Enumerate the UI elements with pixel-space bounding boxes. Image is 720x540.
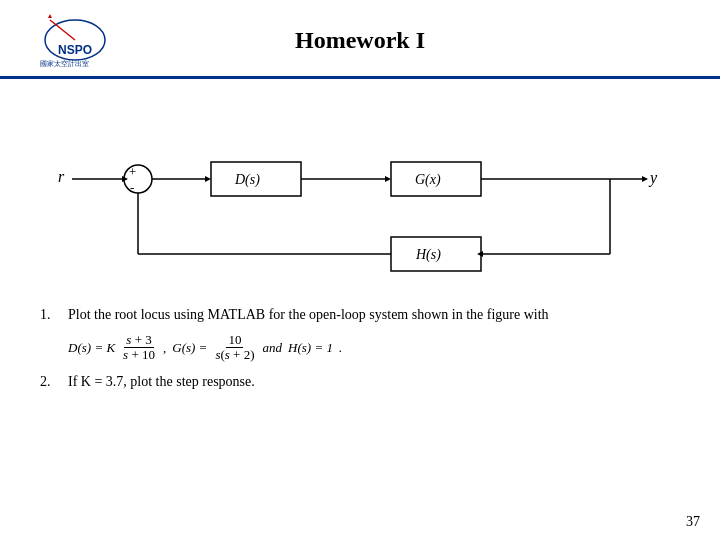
D-denominator: s + 10: [121, 348, 157, 362]
G-numerator: 10: [226, 333, 243, 348]
problem-1: 1. Plot the root locus using MATLAB for …: [40, 304, 680, 325]
svg-marker-11: [205, 176, 211, 182]
svg-text:-: -: [130, 180, 134, 195]
problem-1-number: 1.: [40, 307, 60, 323]
svg-line-1: [50, 20, 75, 40]
svg-marker-6: [122, 176, 128, 182]
svg-marker-19: [642, 176, 648, 182]
svg-text:NSPO: NSPO: [58, 43, 92, 57]
comma-1: ,: [163, 340, 166, 356]
math-formulas: D(s) = K s + 3 s + 10 , G(s) = 10 s(s + …: [68, 333, 680, 363]
svg-marker-23: [477, 251, 483, 257]
D-fraction: s + 3 s + 10: [121, 333, 157, 363]
and-text: and: [263, 340, 283, 356]
svg-text:G(x): G(x): [415, 172, 441, 188]
problem-2-number: 2.: [40, 374, 60, 390]
G-denominator: s(s + 2): [213, 348, 256, 362]
H-label: H(s) = 1: [288, 340, 333, 356]
svg-text:y: y: [648, 169, 658, 187]
logo-area: NSPO 國家太空計出室: [20, 10, 130, 70]
problem-2: 2. If K = 3.7, plot the step response.: [40, 371, 680, 392]
nspo-logo: NSPO 國家太空計出室: [20, 10, 130, 70]
svg-text:D(s): D(s): [234, 172, 260, 188]
page-number: 37: [686, 514, 700, 530]
period-1: .: [339, 340, 342, 356]
svg-marker-15: [385, 176, 391, 182]
problem-1-text: Plot the root locus using MATLAB for the…: [68, 304, 549, 325]
D-label: D(s) = K: [68, 340, 115, 356]
D-numerator: s + 3: [124, 333, 153, 348]
block-diagram: r + - D(s): [50, 94, 670, 294]
problem-2-text: If K = 3.7, plot the step response.: [68, 371, 255, 392]
svg-marker-2: [48, 14, 52, 18]
page-title: Homework I: [295, 27, 425, 53]
svg-text:+: +: [129, 164, 136, 179]
svg-text:國家太空計出室: 國家太空計出室: [40, 60, 89, 68]
r-label: r: [58, 168, 65, 185]
title-area: Homework I: [130, 27, 590, 54]
G-label: G(s) =: [172, 340, 207, 356]
main-content: r + - D(s): [0, 79, 720, 304]
header: NSPO 國家太空計出室 Homework I: [0, 0, 720, 79]
diagram-svg: r + - D(s): [50, 94, 670, 294]
content-area: 1. Plot the root locus using MATLAB for …: [0, 304, 720, 392]
svg-text:H(s): H(s): [415, 247, 441, 263]
G-fraction: 10 s(s + 2): [213, 333, 256, 363]
